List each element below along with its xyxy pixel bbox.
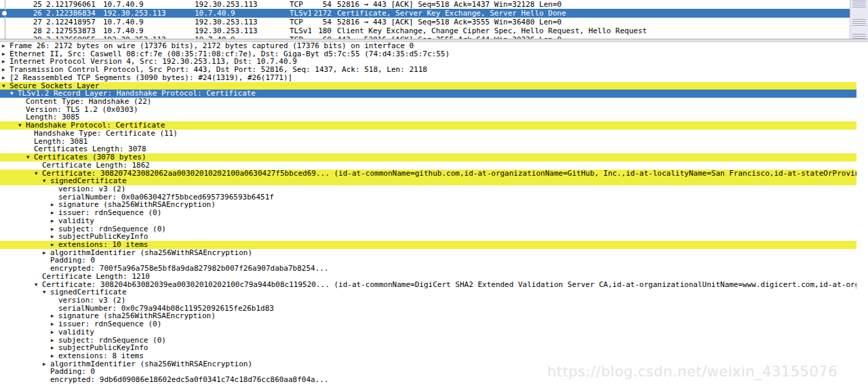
detail-row-label: Handshake Type: Certificate (11): [34, 130, 178, 138]
packet-row[interactable]: 272.12241895710.7.40.9192.30.253.113TCP5…: [0, 18, 868, 26]
collapse-icon[interactable]: ▼: [35, 281, 38, 289]
detail-row[interactable]: ▼Certificate: 308204b63082039ea003020102…: [0, 281, 856, 289]
detail-row[interactable]: ▶validity: [0, 328, 856, 337]
detail-row[interactable]: ▼Certificates (3078 bytes): [0, 153, 856, 161]
detail-row[interactable]: ▼signedCertificate: [0, 288, 856, 296]
detail-row[interactable]: Content Type: Handshake (22): [0, 98, 856, 106]
expand-icon[interactable]: ▶: [2, 58, 5, 66]
col-time: 2.122386834: [46, 9, 103, 18]
collapse-icon[interactable]: ▼: [10, 90, 14, 98]
detail-row[interactable]: ▶algorithmIdentifier (sha256WithRSAEncry…: [0, 249, 856, 257]
expand-icon[interactable]: ▶: [51, 209, 54, 217]
collapse-icon[interactable]: ▼: [35, 170, 38, 178]
detail-row[interactable]: Padding: 0: [0, 368, 856, 376]
detail-row[interactable]: Certificate Length: 1210: [0, 273, 856, 281]
detail-row[interactable]: ▶validity: [0, 217, 856, 225]
detail-row[interactable]: ▶subject: rdnSequence (0): [0, 337, 856, 345]
expand-icon[interactable]: ▶: [51, 225, 54, 233]
collapse-icon[interactable]: ▼: [43, 288, 46, 296]
detail-row-label: signedCertificate: [50, 177, 127, 185]
expand-icon[interactable]: ▶: [51, 328, 54, 337]
packet-row[interactable]: 262.122386834192.30.253.11310.7.40.9TLSv…: [0, 9, 868, 18]
packet-row[interactable]: 282.12755387310.7.40.9192.30.253.113TLSv…: [0, 26, 868, 35]
expand-icon[interactable]: ▶: [2, 42, 5, 50]
expand-icon[interactable]: ▶: [43, 249, 46, 257]
detail-row[interactable]: ▼Secure Sockets Layer: [0, 82, 856, 90]
expand-icon[interactable]: ▶: [51, 217, 54, 225]
collapse-icon[interactable]: ▼: [18, 121, 22, 130]
detail-row-label: algorithmIdentifier (sha256WithRSAEncryp…: [50, 360, 252, 368]
detail-row[interactable]: ▶Frame 26: 2172 bytes on wire (17376 bit…: [0, 42, 856, 50]
detail-row[interactable]: ▶Ethernet II, Src: Caswell_08:cf:7e (08:…: [0, 50, 856, 58]
col-time: 2.127553873: [46, 26, 103, 35]
related-packet-indicator: [0, 26, 9, 35]
detail-row[interactable]: ▶issuer: rdnSequence (0): [0, 320, 856, 328]
expand-icon[interactable]: ▶: [51, 337, 54, 345]
detail-row-label: Version: TLS 1.2 (0x0303): [26, 106, 138, 114]
expand-icon[interactable]: ▶: [51, 241, 54, 249]
detail-row[interactable]: serialNumber: 0x0c79a944b08c11952092615f…: [0, 305, 856, 313]
detail-row[interactable]: serialNumber: 0x0a0630427f5bbced69573965…: [0, 193, 856, 201]
col-destination: 192.30.253.113: [195, 0, 290, 9]
detail-row[interactable]: ▶issuer: rdnSequence (0): [0, 209, 856, 217]
detail-row[interactable]: ▶Transmission Control Protocol, Src Port…: [0, 66, 856, 74]
detail-row[interactable]: ▶signature (sha256WithRSAEncryption): [0, 312, 856, 320]
detail-row[interactable]: encrypted: 9db6d09086e18602edc5a0f0341c7…: [0, 376, 856, 384]
packet-list-pane: 252.12179606110.7.40.9192.30.253.113TCP5…: [0, 0, 868, 39]
detail-row[interactable]: ▶Internet Protocol Version 4, Src: 192.3…: [0, 58, 856, 66]
collapse-icon[interactable]: ▼: [2, 82, 5, 90]
detail-row[interactable]: ▼signedCertificate: [0, 177, 856, 185]
detail-row[interactable]: ▶[2 Reassembled TCP Segments (3090 bytes…: [0, 74, 856, 82]
detail-row[interactable]: Handshake Type: Certificate (11): [0, 130, 856, 138]
expand-icon[interactable]: ▶: [51, 320, 54, 328]
detail-row[interactable]: ▶subjectPublicKeyInfo: [0, 344, 856, 352]
detail-row[interactable]: ▶signature (sha256WithRSAEncryption): [0, 201, 856, 209]
col-info: 443 → 52816 [ACK] Seq=3555 Ack=644 Win=3…: [337, 35, 868, 39]
col-info: 52816 → 443 [ACK] Seq=518 Ack=1437 Win=3…: [337, 0, 868, 9]
col-source: 192.30.253.113: [103, 35, 195, 39]
detail-row[interactable]: encrypted: 700f5a96a758e5bf8a9da827982b0…: [0, 265, 856, 273]
expand-icon[interactable]: ▶: [2, 50, 5, 58]
detail-row[interactable]: Length: 3081: [0, 138, 856, 146]
col-info: Client Key Exchange, Change Cipher Spec,…: [337, 26, 868, 35]
detail-row-label: encrypted: 9db6d09086e18602edc5a0f0341c7…: [50, 376, 329, 384]
detail-row-label: Certificates (3078 bytes): [34, 153, 146, 161]
expand-icon[interactable]: ▶: [51, 312, 54, 320]
expand-icon[interactable]: ▶: [43, 360, 46, 368]
expand-icon[interactable]: ▶: [51, 352, 54, 360]
detail-row[interactable]: ▼TLSv1.2 Record Layer: Handshake Protoco…: [0, 90, 856, 98]
detail-row[interactable]: ▶subjectPublicKeyInfo: [0, 233, 856, 241]
expand-icon[interactable]: ▶: [2, 74, 5, 82]
col-length: 180: [311, 26, 332, 35]
detail-row[interactable]: ▶extensions: 8 items: [0, 352, 856, 360]
expand-icon[interactable]: ▶: [51, 344, 54, 352]
detail-row[interactable]: ▶algorithmIdentifier (sha256WithRSAEncry…: [0, 360, 856, 368]
related-packet-indicator: [0, 0, 9, 9]
col-length: 54: [311, 0, 332, 9]
expand-icon[interactable]: ▶: [51, 233, 54, 241]
detail-row[interactable]: version: v3 (2): [0, 185, 856, 193]
detail-row[interactable]: ▶subject: rdnSequence (0): [0, 225, 856, 233]
detail-row[interactable]: Padding: 0: [0, 256, 856, 265]
detail-row[interactable]: Length: 3085: [0, 113, 856, 121]
vertical-scrollbar[interactable]: [850, 0, 868, 39]
detail-row[interactable]: ▼Certificate: 308207423082062aa003020102…: [0, 170, 856, 178]
detail-row[interactable]: ▶extensions: 10 items: [0, 241, 856, 249]
detail-row[interactable]: ▼Handshake Protocol: Certificate: [0, 121, 856, 130]
detail-row[interactable]: Version: TLS 1.2 (0x0303): [0, 106, 856, 114]
detail-row[interactable]: Certificate Length: 1862: [0, 161, 856, 170]
detail-row-label: Transmission Control Protocol, Src Port:…: [9, 66, 427, 74]
collapse-icon[interactable]: ▼: [43, 177, 46, 185]
col-source: 10.7.40.9: [103, 18, 195, 26]
detail-row-label: extensions: 10 items: [58, 241, 148, 249]
detail-row[interactable]: Certificates Length: 3078: [0, 145, 856, 153]
expand-icon[interactable]: ▶: [2, 66, 5, 74]
packet-row[interactable]: 252.12179606110.7.40.9192.30.253.113TCP5…: [0, 0, 868, 9]
detail-row[interactable]: version: v3 (2): [0, 296, 856, 305]
detail-row-label: Certificate: 308204b63082039ea0030201020…: [42, 281, 856, 289]
detail-row-label: version: v3 (2): [58, 185, 125, 193]
col-protocol: TLSv1.2: [290, 9, 311, 18]
packet-row[interactable]: 292.127660055192.30.253.11310.7.40.9TCP6…: [0, 35, 868, 39]
collapse-icon[interactable]: ▼: [26, 153, 30, 161]
expand-icon[interactable]: ▶: [51, 201, 54, 209]
